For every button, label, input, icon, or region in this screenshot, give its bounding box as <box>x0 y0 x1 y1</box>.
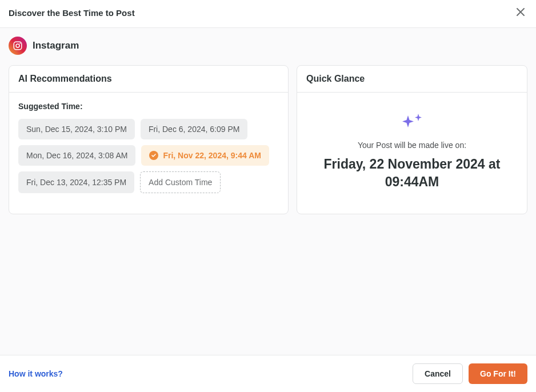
time-chip-label: Fri, Dec 6, 2024, 6:09 PM <box>149 125 240 134</box>
time-chip[interactable]: Fri, Dec 13, 2024, 12:35 PM <box>18 171 134 193</box>
platform-row: Instagram <box>9 37 527 55</box>
quick-glance-datetime: Friday, 22 November 2024 at 09:44AM <box>309 155 515 191</box>
time-chip-label: Fri, Nov 22, 2024, 9:44 AM <box>163 151 261 160</box>
time-chip[interactable]: Fri, Dec 6, 2024, 6:09 PM <box>141 119 248 139</box>
time-chip[interactable]: Fri, Nov 22, 2024, 9:44 AM <box>141 145 269 166</box>
add-custom-time-button[interactable]: Add Custom Time <box>140 171 221 193</box>
instagram-icon <box>9 37 27 55</box>
time-chip-label: Mon, Dec 16, 2024, 3:08 AM <box>26 151 127 160</box>
check-icon <box>149 151 158 160</box>
go-for-it-button[interactable]: Go For It! <box>469 363 527 384</box>
quick-glance-title: Quick Glance <box>297 66 527 93</box>
recommendations-body: Suggested Time: Sun, Dec 15, 2024, 3:10 … <box>9 93 288 202</box>
modal-footer: How it works? Cancel Go For It! <box>0 355 536 392</box>
time-chip[interactable]: Sun, Dec 15, 2024, 3:10 PM <box>18 119 135 139</box>
quick-glance-caption: Your Post will be made live on: <box>309 141 515 150</box>
close-button[interactable] <box>514 5 527 21</box>
svg-point-2 <box>19 43 21 44</box>
modal-title: Discover the Best Time to Post <box>9 8 135 18</box>
modal-header: Discover the Best Time to Post <box>0 0 536 28</box>
footer-buttons: Cancel Go For It! <box>413 363 527 384</box>
recommendations-panel: AI Recommendations Suggested Time: Sun, … <box>9 65 289 214</box>
recommendations-title: AI Recommendations <box>9 66 288 93</box>
cancel-button[interactable]: Cancel <box>413 363 463 384</box>
time-chip-label: Sun, Dec 15, 2024, 3:10 PM <box>26 125 127 134</box>
sparkle-icon <box>399 112 425 135</box>
svg-point-1 <box>16 44 19 47</box>
close-icon <box>516 6 525 19</box>
quick-glance-panel: Quick Glance Your Post will be made live… <box>297 65 527 214</box>
suggested-time-label: Suggested Time: <box>18 102 279 111</box>
time-chips-container: Sun, Dec 15, 2024, 3:10 PMFri, Dec 6, 20… <box>18 119 279 193</box>
time-chip[interactable]: Mon, Dec 16, 2024, 3:08 AM <box>18 145 135 166</box>
quick-glance-body: Your Post will be made live on: Friday, … <box>297 93 527 214</box>
add-custom-time-label: Add Custom Time <box>149 178 212 187</box>
time-chip-label: Fri, Dec 13, 2024, 12:35 PM <box>26 178 126 187</box>
panels-container: AI Recommendations Suggested Time: Sun, … <box>9 65 527 214</box>
how-it-works-link[interactable]: How it works? <box>9 369 63 378</box>
modal-content: Instagram AI Recommendations Suggested T… <box>0 28 536 355</box>
platform-name: Instagram <box>33 40 79 51</box>
